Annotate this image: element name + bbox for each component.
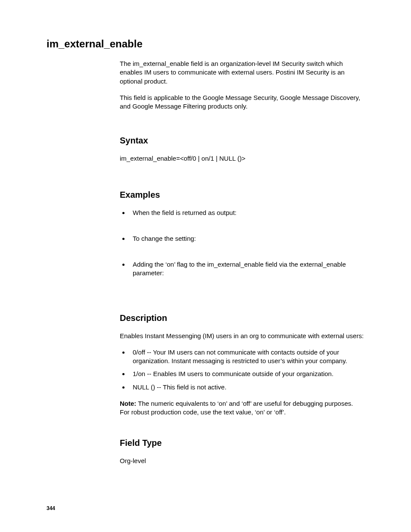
intro-paragraph-1: The im_external_enable field is an organ…	[120, 59, 364, 86]
list-item: 0/off -- Your IM users can not communica…	[129, 348, 364, 366]
field-type-value: Org-level	[120, 457, 364, 465]
list-item: NULL () -- This field is not active.	[129, 383, 364, 392]
list-item: When the field is returned as output:	[129, 208, 364, 217]
page-title: im_external_enable	[47, 38, 364, 50]
description-intro: Enables Instant Messenging (IM) users in…	[120, 332, 364, 340]
description-list: 0/off -- Your IM users can not communica…	[120, 348, 364, 392]
list-item: Adding the ‘on’ flag to the im_external_…	[129, 260, 364, 278]
syntax-line: im_external_enable=<off/0 | on/1 | NULL …	[120, 154, 364, 163]
examples-list: When the field is returned as output: To…	[120, 208, 364, 278]
note-label: Note:	[120, 400, 136, 407]
examples-heading: Examples	[120, 189, 364, 201]
note-paragraph: Note: The numeric equivalents to ‘on’ an…	[120, 399, 364, 417]
description-heading: Description	[120, 312, 364, 324]
content-block: The im_external_enable field is an organ…	[120, 59, 364, 466]
intro-paragraph-2: This field is applicable to the Google M…	[120, 93, 364, 111]
page-number: 344	[47, 505, 55, 511]
syntax-heading: Syntax	[120, 135, 364, 146]
list-item: To change the setting:	[129, 234, 364, 243]
list-item: 1/on -- Enables IM users to communicate …	[129, 370, 364, 378]
page-container: im_external_enable The im_external_enabl…	[0, 0, 411, 532]
field-type-heading: Field Type	[120, 437, 364, 449]
note-text: The numeric equivalents to ‘on’ and ‘off…	[120, 400, 353, 416]
